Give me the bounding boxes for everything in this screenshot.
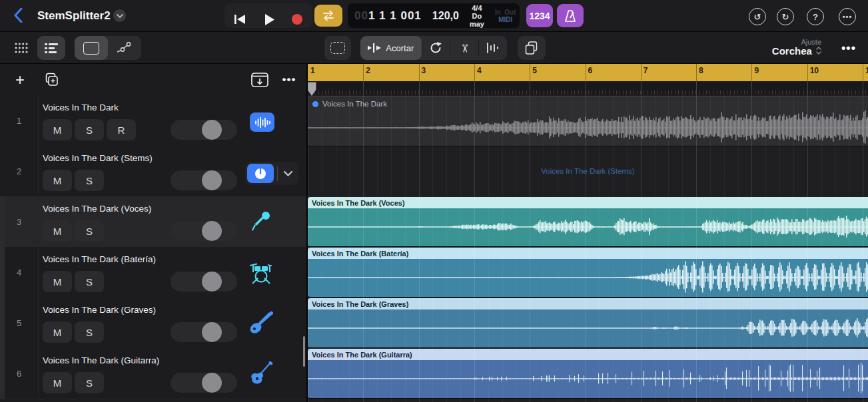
skip-to-start-icon: [234, 14, 246, 25]
mute-button[interactable]: M: [43, 170, 72, 191]
track-lane: Voices In The Dark (Stems): [308, 146, 868, 196]
lcd-display[interactable]: 001 1 1 001 120,0 4/4 Do may In Out MIDI: [348, 3, 520, 28]
waveform-canvas[interactable]: [308, 208, 868, 246]
project-menu-button[interactable]: [113, 9, 126, 22]
region-gain-button[interactable]: [479, 36, 507, 60]
waveform-canvas[interactable]: [308, 360, 868, 398]
track-row[interactable]: 1 Voices In The Dark M S R: [0, 95, 306, 146]
cycle-button[interactable]: [314, 5, 342, 27]
record-button[interactable]: [287, 9, 307, 29]
audio-region[interactable]: Voices In The Dark (Voces): [308, 197, 868, 247]
back-button[interactable]: [9, 7, 27, 24]
bar-ruler[interactable]: [308, 81, 868, 95]
count-in-icon: 1234: [529, 11, 550, 21]
solo-button[interactable]: S: [75, 271, 104, 292]
stack-collapse-button[interactable]: [278, 164, 298, 183]
cycle-ruler[interactable]: 1234567891011: [308, 64, 868, 81]
pack-down-button[interactable]: [249, 70, 270, 90]
selection-box-button[interactable]: [75, 36, 108, 60]
track-lane: Voices In The Dark (Guitarra): [308, 348, 868, 399]
ruler-bar-number: 6: [588, 66, 593, 75]
audio-region[interactable]: Voices In The Dark (Guitarra): [308, 349, 868, 399]
waveform-canvas[interactable]: [308, 259, 868, 297]
play-button[interactable]: [259, 9, 279, 29]
metronome-button[interactable]: [557, 4, 584, 27]
snap-setting[interactable]: Ajuste Corchea: [772, 37, 821, 56]
bar-line: [751, 64, 752, 81]
automation-button[interactable]: [108, 36, 141, 60]
audio-region[interactable]: Voices In The Dark (Graves): [308, 298, 868, 348]
track-panel-scrollbar[interactable]: [303, 336, 305, 367]
volume-knob[interactable]: [202, 170, 222, 190]
snap-value: Corchea: [772, 45, 812, 57]
solo-button[interactable]: S: [75, 220, 104, 242]
tool-bar: Acortar ✂ Ajuste Corchea •••: [0, 32, 868, 64]
ruler-bar-number: 2: [366, 66, 370, 75]
redo-button[interactable]: ↻: [777, 8, 794, 25]
mute-button[interactable]: M: [43, 119, 72, 140]
grid-view-button[interactable]: [8, 36, 35, 60]
volume-slider[interactable]: [171, 221, 237, 241]
solo-button[interactable]: S: [75, 170, 104, 191]
duplicate-track-icon: [43, 73, 58, 87]
bar-line: [863, 64, 863, 81]
ruler-bar-number: 7: [644, 66, 648, 75]
solo-button[interactable]: S: [75, 372, 104, 393]
split-tool-button[interactable]: ✂: [450, 36, 478, 60]
tracks-view-button[interactable]: [37, 36, 65, 60]
marquee-button[interactable]: [324, 36, 351, 60]
waveform-canvas[interactable]: [308, 97, 868, 146]
record-enable-button[interactable]: R: [107, 119, 136, 140]
mute-button[interactable]: M: [43, 372, 72, 393]
volume-slider[interactable]: [171, 373, 237, 393]
track-panel-more-button[interactable]: •••: [278, 70, 300, 90]
volume-knob[interactable]: [202, 221, 222, 241]
mute-button[interactable]: M: [43, 271, 72, 292]
bass-guitar-icon: [248, 311, 274, 336]
volume-slider[interactable]: [171, 272, 237, 292]
waveform-canvas[interactable]: [308, 309, 868, 347]
volume-knob[interactable]: [202, 272, 222, 292]
track-row[interactable]: 2 Voices In The Dark (Stems) M S: [0, 146, 306, 197]
skip-to-start-button[interactable]: [230, 9, 250, 29]
volume-slider[interactable]: [171, 322, 237, 342]
volume-knob[interactable]: [202, 120, 222, 140]
settings-button[interactable]: •••: [839, 8, 856, 25]
volume-knob[interactable]: [202, 322, 222, 342]
mute-button[interactable]: M: [43, 321, 72, 343]
help-button[interactable]: ?: [807, 8, 824, 25]
loop-tool-button[interactable]: [422, 36, 450, 60]
region-gain-icon: [486, 43, 500, 53]
mute-button[interactable]: M: [43, 220, 72, 242]
track-row[interactable]: 4 Voices In The Dark (Batería) M S: [0, 247, 306, 298]
ruler-bar-number: 8: [699, 66, 703, 75]
track-row[interactable]: 6 Voices In The Dark (Guitarra) M S: [0, 348, 306, 399]
stack-dial-icon: [247, 164, 274, 183]
track-row[interactable]: 3 Voices In The Dark (Voces) M S: [0, 196, 306, 248]
microphone-icon: [248, 210, 274, 235]
playhead-position: 001 1 1 001: [348, 9, 422, 23]
bar-line: [530, 64, 530, 81]
add-track-icon: +: [15, 71, 25, 89]
audio-region[interactable]: Voices In The Dark (Batería): [308, 248, 868, 298]
ruler-bar-number: 10: [810, 66, 819, 75]
add-track-button[interactable]: +: [9, 69, 31, 91]
volume-slider[interactable]: [171, 120, 237, 140]
copy-button[interactable]: [518, 36, 546, 60]
audio-region[interactable]: Voices In The Dark: [308, 96, 868, 146]
track-row[interactable]: 5 Voices In The Dark (Graves) M S: [0, 298, 306, 349]
solo-button[interactable]: S: [75, 119, 104, 140]
trim-tool-button[interactable]: Acortar: [360, 36, 422, 60]
solo-button[interactable]: S: [75, 321, 104, 343]
ruler-bar-number: 3: [422, 66, 426, 75]
toolbar-more-button[interactable]: •••: [839, 40, 859, 56]
volume-knob[interactable]: [202, 373, 222, 393]
key-signature: Do may: [470, 12, 484, 28]
duplicate-track-button[interactable]: [40, 69, 61, 91]
ruler-bar-number: 9: [754, 66, 759, 75]
volume-slider[interactable]: [171, 170, 237, 190]
count-in-button[interactable]: 1234: [526, 4, 553, 27]
ruler-bar-number: 4: [477, 66, 482, 75]
marquee-icon: [330, 42, 345, 54]
undo-button[interactable]: ↺: [749, 8, 766, 25]
